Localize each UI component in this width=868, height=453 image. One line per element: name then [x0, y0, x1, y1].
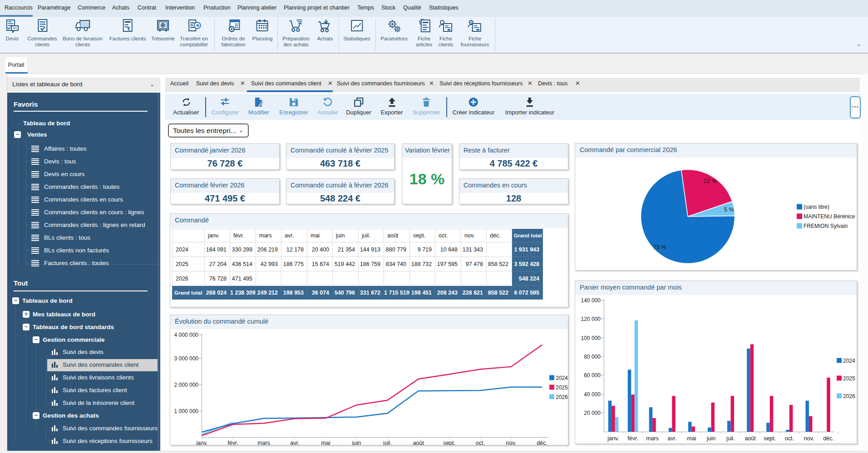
- svg-text:140 000: 140 000: [581, 297, 601, 304]
- svg-text:60 000: 60 000: [584, 372, 601, 379]
- svg-text:avr.: avr.: [667, 435, 676, 442]
- svg-text:juil.: juil.: [383, 440, 392, 445]
- svg-text:73 %: 73 %: [653, 244, 666, 251]
- svg-text:févr.: févr.: [627, 435, 638, 442]
- svg-text:nov.: nov.: [506, 440, 517, 445]
- svg-text:20 000: 20 000: [584, 410, 601, 416]
- svg-text:120 000: 120 000: [581, 316, 601, 322]
- svg-text:sept.: sept.: [443, 440, 455, 445]
- svg-text:1 000 000: 1 000 000: [174, 408, 199, 414]
- svg-text:oct.: oct.: [476, 440, 485, 445]
- svg-text:juil.: juil.: [726, 435, 735, 442]
- svg-text:FREMION Sylvain: FREMION Sylvain: [804, 223, 848, 229]
- svg-text:juin: juin: [352, 440, 361, 445]
- svg-text:mars: mars: [646, 435, 659, 442]
- svg-text:2024: 2024: [556, 375, 568, 381]
- svg-text:janv.: janv.: [196, 440, 207, 445]
- svg-text:100 000: 100 000: [581, 335, 601, 341]
- svg-text:(sans titre): (sans titre): [804, 204, 829, 210]
- svg-text:août: août: [745, 435, 756, 442]
- svg-text:juin: juin: [706, 435, 716, 442]
- svg-text:22 %: 22 %: [704, 178, 717, 184]
- svg-text:2025: 2025: [843, 375, 855, 382]
- svg-text:€: €: [128, 26, 130, 31]
- svg-text:mars: mars: [257, 440, 270, 445]
- svg-text:févr.: févr.: [227, 440, 238, 445]
- svg-text:mai: mai: [687, 435, 696, 442]
- svg-text:2 000 000: 2 000 000: [174, 382, 199, 388]
- svg-text:avr.: avr.: [290, 440, 299, 445]
- svg-text:3 000 000: 3 000 000: [174, 355, 199, 362]
- svg-text:4 000 000: 4 000 000: [174, 332, 199, 338]
- svg-text:août: août: [413, 440, 424, 445]
- svg-text:80 000: 80 000: [584, 354, 601, 360]
- svg-text:2024: 2024: [843, 358, 855, 364]
- svg-text:mai: mai: [321, 440, 330, 445]
- svg-text:2026: 2026: [556, 394, 568, 400]
- svg-text:5 %: 5 %: [724, 207, 734, 213]
- svg-text:nov.: nov.: [804, 435, 814, 442]
- svg-text:2025: 2025: [556, 384, 568, 391]
- svg-text:MAINTENU Bérénice: MAINTENU Bérénice: [804, 213, 855, 220]
- svg-text:2026: 2026: [843, 393, 855, 399]
- svg-text:déc.: déc.: [537, 440, 547, 445]
- svg-text:janv.: janv.: [607, 435, 619, 442]
- svg-text:40 000: 40 000: [584, 391, 601, 398]
- svg-text:sept.: sept.: [764, 435, 776, 442]
- svg-text:déc.: déc.: [823, 435, 834, 442]
- svg-text:oct.: oct.: [785, 435, 794, 442]
